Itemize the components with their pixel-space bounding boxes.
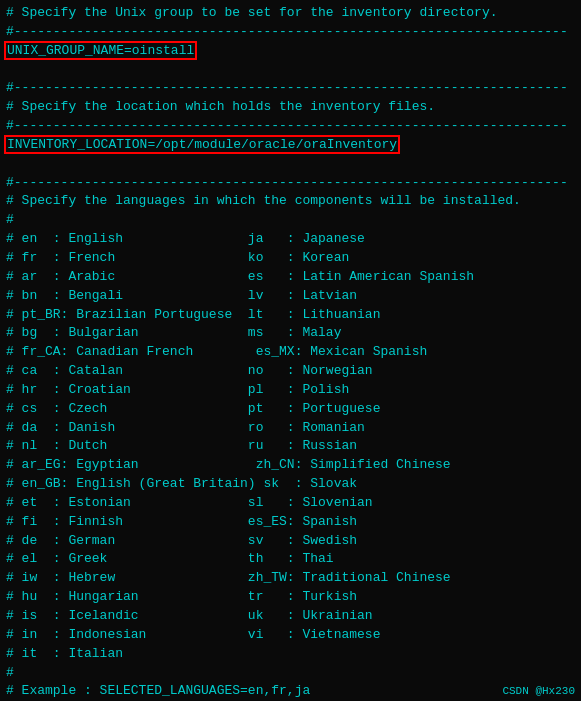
line-l11: # Specify the languages in which the com… [6,192,575,211]
line-l13: # en : English ja : Japanese [6,230,575,249]
line-l32: # hu : Hungarian tr : Turkish [6,588,575,607]
line-l15: # ar : Arabic es : Latin American Spanis… [6,268,575,287]
line-l12: # [6,211,575,230]
line-l19: # fr_CA: Canadian French es_MX: Mexican … [6,343,575,362]
line-l21: # hr : Croatian pl : Polish [6,381,575,400]
line-l20: # ca : Catalan no : Norwegian [6,362,575,381]
line-l14: # fr : French ko : Korean [6,249,575,268]
line-l22: # cs : Czech pt : Portuguese [6,400,575,419]
line-l24: # nl : Dutch ru : Russian [6,437,575,456]
line-l23: # da : Danish ro : Romanian [6,419,575,438]
line-l28: # fi : Finnish es_ES: Spanish [6,513,575,532]
line-l29: # de : German sv : Swedish [6,532,575,551]
line-l18: # bg : Bulgarian ms : Malay [6,324,575,343]
highlighted-line-l8: INVENTORY_LOCATION=/opt/module/oracle/or… [6,137,398,152]
line-l31: # iw : Hebrew zh_TW: Traditional Chinese [6,569,575,588]
line-l35: # it : Italian [6,645,575,664]
line-l2: #---------------------------------------… [6,23,575,42]
highlighted-line-l3: UNIX_GROUP_NAME=oinstall [6,43,195,58]
terminal-content: # Specify the Unix group to be set for t… [6,4,575,701]
watermark: CSDN @Hx230 [502,685,575,697]
line-l34: # in : Indonesian vi : Vietnamese [6,626,575,645]
line-l9 [6,155,575,174]
terminal-window: # Specify the Unix group to be set for t… [0,0,581,701]
line-l30: # el : Greek th : Thai [6,550,575,569]
line-l37: # Example : SELECTED_LANGUAGES=en,fr,ja [6,682,575,701]
line-l17: # pt_BR: Brazilian Portuguese lt : Lithu… [6,306,575,325]
line-l10: #---------------------------------------… [6,174,575,193]
line-l36: # [6,664,575,683]
line-l16: # bn : Bengali lv : Latvian [6,287,575,306]
line-l4 [6,61,575,80]
line-l6: # Specify the location which holds the i… [6,98,575,117]
line-l26: # en_GB: English (Great Britain) sk : Sl… [6,475,575,494]
line-l25: # ar_EG: Egyptian zh_CN: Simplified Chin… [6,456,575,475]
line-l5: #---------------------------------------… [6,79,575,98]
line-l33: # is : Icelandic uk : Ukrainian [6,607,575,626]
line-l1: # Specify the Unix group to be set for t… [6,4,575,23]
line-l7: #---------------------------------------… [6,117,575,136]
line-l27: # et : Estonian sl : Slovenian [6,494,575,513]
